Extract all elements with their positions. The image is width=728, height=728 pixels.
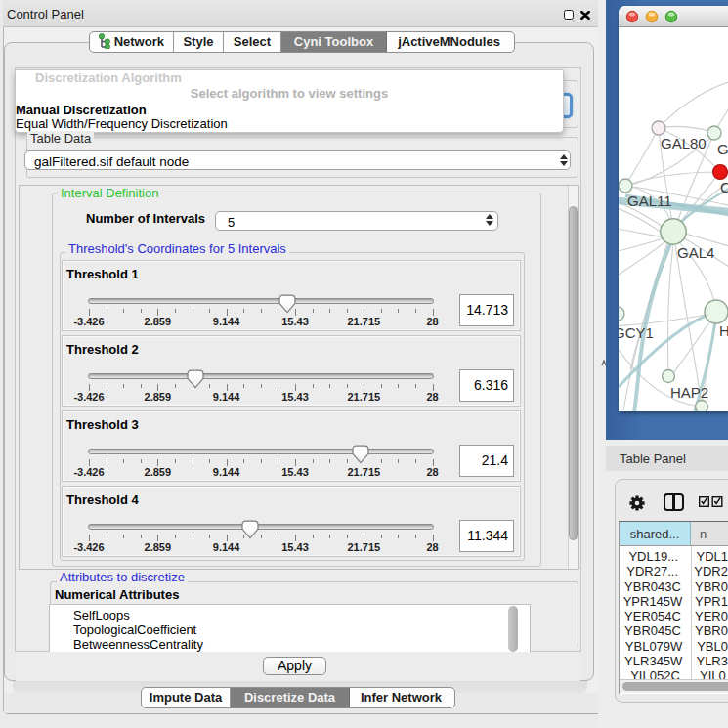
svg-text:GCY1: GCY1	[619, 324, 654, 341]
svg-text:GAL4: GAL4	[677, 244, 714, 261]
svg-text:C: C	[720, 179, 728, 195]
svg-text:GAL80: GAL80	[661, 135, 707, 151]
svg-text:H: H	[719, 322, 728, 339]
svg-text:GA: GA	[717, 141, 728, 157]
svg-text:HAP2: HAP2	[670, 384, 708, 401]
svg-text:GAL11: GAL11	[627, 193, 672, 209]
